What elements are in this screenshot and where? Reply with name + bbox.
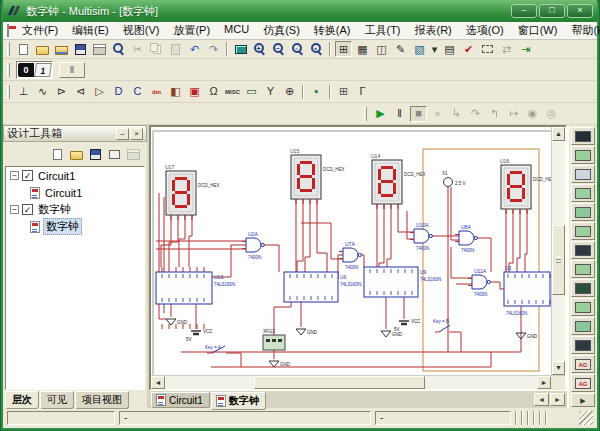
logic-converter-button[interactable] (571, 298, 595, 316)
word-generator-button[interactable] (571, 260, 595, 278)
menu-file[interactable]: 文件(F) (15, 22, 65, 39)
wattmeter-button[interactable] (571, 165, 595, 183)
window-minimize-button[interactable]: – (511, 4, 537, 18)
toolbar-grip[interactable] (7, 63, 10, 77)
panel-close-button[interactable]: × (130, 128, 143, 140)
pause-button[interactable]: ‖ (391, 106, 408, 122)
tab-hierarchy[interactable]: 层次 (5, 391, 39, 409)
place-ttl-button[interactable]: D (110, 84, 127, 100)
database-manager-button[interactable]: ◫ (373, 41, 390, 57)
place-peripherals-button[interactable]: ▭ (243, 84, 260, 100)
menu-transfer[interactable]: 转换(A) (307, 22, 358, 39)
toolbox-new-folder-button[interactable] (106, 146, 123, 162)
tab-visibility[interactable]: 可见 (40, 391, 74, 409)
menu-help[interactable]: 帮助(H) (564, 22, 600, 39)
function-generator-button[interactable] (571, 146, 595, 164)
display-u14[interactable]: U14 DCD_HEX (371, 153, 426, 209)
schematic-svg[interactable]: U17 DCD_HEX U15 DCD_HEX U14 (151, 127, 551, 375)
key-switches[interactable]: Key = A Key = B (205, 319, 450, 353)
tree-leaf-digital-clock[interactable]: 数字钟 (6, 218, 144, 235)
toolbar-grip[interactable] (7, 42, 10, 56)
grapher-button[interactable]: ▧ (411, 41, 428, 57)
print-button[interactable] (91, 41, 108, 57)
vertical-scrollbar[interactable]: ▲ ▼ (551, 127, 565, 375)
open-samples-button[interactable] (53, 41, 70, 57)
scroll-left-button[interactable]: ◄ (151, 376, 165, 389)
horizontal-scroll-track[interactable] (165, 376, 537, 389)
vertical-scroll-track[interactable] (552, 141, 565, 361)
collapse-icon[interactable]: − (10, 205, 19, 214)
forward-annotate-button[interactable]: ⇥ (517, 41, 534, 57)
menu-window[interactable]: 窗口(W) (511, 22, 565, 39)
tree-label-digital-clock[interactable]: 数字钟 (36, 202, 73, 217)
toolbar-grip[interactable] (364, 107, 367, 121)
place-transistor-button[interactable]: ⊲ (72, 84, 89, 100)
horizontal-scrollbar[interactable]: ◄ ► (151, 375, 565, 389)
open-button[interactable] (34, 41, 51, 57)
menu-simulate[interactable]: 仿真(S) (256, 22, 307, 39)
four-channel-oscilloscope-button[interactable] (571, 203, 595, 221)
zoom-area-button[interactable]: ▫ (289, 41, 306, 57)
design-toolbox-button[interactable]: ⊞ (335, 41, 352, 57)
undo-button[interactable]: ↶ (186, 41, 203, 57)
iv-analyzer-button[interactable] (571, 317, 595, 335)
distortion-analyzer-button[interactable] (571, 336, 595, 354)
fullscreen-button[interactable] (232, 41, 249, 57)
multimeter-button[interactable] (571, 127, 595, 145)
place-misc-digital-button[interactable]: dm (148, 84, 165, 100)
place-analog-button[interactable]: ▷ (91, 84, 108, 100)
tree-label-circuit1[interactable]: Circuit1 (36, 170, 77, 182)
place-basic-button[interactable]: ∿ (34, 84, 51, 100)
place-indicator-button[interactable]: ▣ (186, 84, 203, 100)
place-hierarchical-block-button[interactable]: ⊞ (335, 84, 352, 100)
agilent-function-generator-button[interactable]: AG (571, 355, 595, 373)
counter-u6[interactable]: U6 74LS160N (284, 272, 361, 302)
redo-button[interactable]: ↷ (205, 41, 222, 57)
display-u15[interactable]: U15 DCD_HEX (290, 148, 345, 204)
capture-area-button[interactable] (479, 41, 496, 57)
zoom-in-button[interactable]: + (251, 41, 268, 57)
erc-button[interactable]: ✔ (460, 41, 477, 57)
tab-scroll-right-button[interactable]: ► (550, 393, 565, 406)
voltage-probe-x1[interactable]: X1 2.5 V (442, 171, 466, 187)
tree-node-circuit1[interactable]: − ✓ Circuit1 (6, 167, 144, 184)
checkbox-digital-clock[interactable]: ✓ (22, 204, 33, 215)
place-cmos-button[interactable]: C (129, 84, 146, 100)
place-diode-button[interactable]: ⊳ (53, 84, 70, 100)
window-maximize-button[interactable]: □ (539, 4, 565, 18)
schematic-canvas[interactable]: U17 DCD_HEX U15 DCD_HEX U14 (151, 127, 551, 375)
component-wizard-button[interactable]: ✎ (392, 41, 409, 57)
active-document-icon[interactable] (7, 24, 9, 37)
toolbox-save-button[interactable] (87, 146, 104, 162)
agilent-multimeter-button[interactable]: AG (571, 374, 595, 392)
place-ni-component-button[interactable]: ▪ (308, 84, 325, 100)
gate-u8a[interactable]: U8A 7400N (455, 224, 477, 253)
tree-leaf-label-circuit1[interactable]: Circuit1 (43, 187, 84, 199)
run-button[interactable]: ▶ (372, 106, 389, 122)
spreadsheet-view-button[interactable]: ▦ (354, 41, 371, 57)
frequency-counter-button[interactable] (571, 241, 595, 259)
vertical-scroll-thumb[interactable] (552, 225, 565, 295)
pause-toggle-button[interactable]: ‖ (59, 62, 85, 78)
menu-place[interactable]: 放置(P) (166, 22, 217, 39)
run-toggle-button[interactable]: 0 1 (16, 61, 53, 79)
stop-button[interactable]: ■ (410, 106, 427, 122)
sheet-tab-circuit1[interactable]: Circuit1 (151, 392, 210, 408)
gate-u10a[interactable]: U10A 7400N (410, 222, 432, 251)
place-rf-button[interactable]: Y (262, 84, 279, 100)
scroll-up-button[interactable]: ▲ (552, 127, 565, 141)
new-button[interactable] (15, 41, 32, 57)
place-misc-button[interactable]: MISC (224, 84, 241, 100)
place-power-button[interactable]: Ω (205, 84, 222, 100)
window-close-button[interactable]: × (567, 4, 593, 18)
sheet-tab-digital-clock[interactable]: 数字钟 (211, 392, 266, 410)
resize-grip[interactable] (579, 411, 593, 425)
tree-node-digital-clock[interactable]: − ✓ 数字钟 (6, 201, 144, 218)
postprocessor-button[interactable]: ▤ (441, 41, 458, 57)
instruments-more-button[interactable]: ▶ (571, 393, 595, 407)
collapse-icon[interactable]: − (10, 171, 19, 180)
function-generator-xfg3[interactable]: XFG3 (263, 329, 285, 350)
menu-reports[interactable]: 报表(R) (408, 22, 459, 39)
oscilloscope-button[interactable] (571, 184, 595, 202)
counter-u3[interactable]: U3 74LS160N (504, 265, 550, 316)
